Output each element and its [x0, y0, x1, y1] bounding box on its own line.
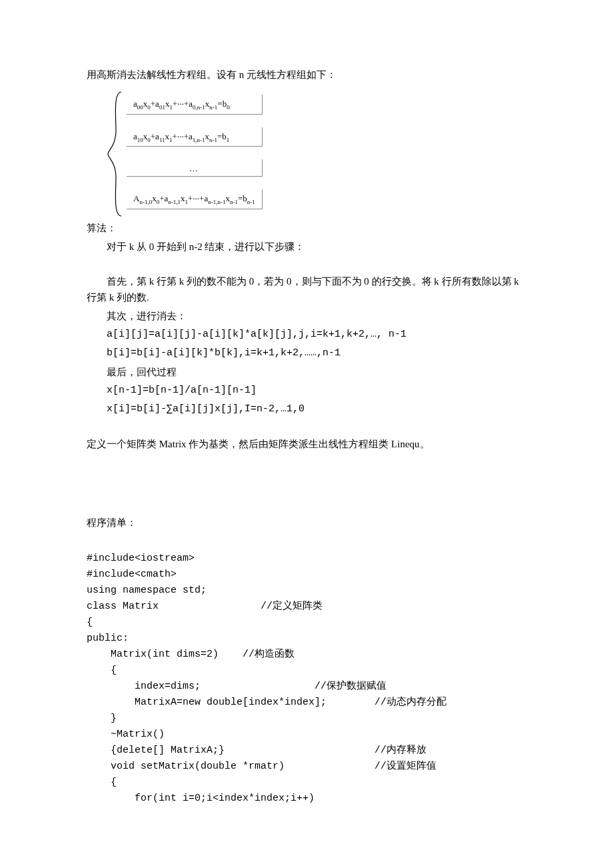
equation-row-dots: …: [127, 159, 263, 177]
code-line: public:: [87, 633, 129, 644]
left-brace-icon: [107, 91, 124, 217]
algo-formula-1: a[i][j]=a[i][j]-a[i][k]*a[k][j],j,i=k+1,…: [87, 327, 526, 343]
code-line: MatrixA=new double[index*index]; //动态内存分…: [87, 697, 446, 708]
code-line: Matrix(int dims=2) //构造函数: [87, 649, 295, 660]
algo-formula-2: b[i]=b[i]-a[i][k]*b[k],i=k+1,k+2,……,n-1: [87, 345, 526, 361]
algo-second: 其次，进行消去：: [87, 308, 526, 324]
code-line: }: [87, 713, 117, 724]
algo-step: 对于 k 从 0 开始到 n-2 结束，进行以下步骤：: [87, 239, 526, 255]
code-line: #include<cmath>: [87, 569, 177, 580]
intro-text: 用高斯消去法解线性方程组。设有 n 元线性方程组如下：: [87, 67, 526, 83]
equation-row-4: An-1,0x0+an-1,1x1+···+an-1,n-1xn-1=bn-1: [127, 189, 263, 209]
algo-last: 最后，回代过程: [87, 364, 526, 380]
code-line: for(int i=0;i<index*index;i++): [87, 793, 314, 804]
equation-row-1: a00x0+a01x1+···+a0,n-1xn-1=b0: [127, 95, 263, 115]
code-line: {: [87, 617, 93, 628]
code-line: void setMatrix(double *rmatr) //设置矩阵值: [87, 761, 436, 772]
code-line: class Matrix //定义矩阵类: [87, 601, 322, 612]
equation-row-2: a10x0+a11x1+···+a1,n-1xn-1=b1: [127, 127, 263, 147]
algo-first: 首先，第 k 行第 k 列的数不能为 0，若为 0，则与下面不为 0 的行交换。…: [87, 273, 526, 305]
code-title: 程序清单：: [87, 515, 526, 531]
equation-system: a00x0+a01x1+···+a0,n-1xn-1=b0 a10x0+a11x…: [107, 91, 526, 217]
class-desc: 定义一个矩阵类 Matrix 作为基类，然后由矩阵类派生出线性方程组类 Line…: [87, 436, 526, 452]
code-line: {: [87, 777, 117, 788]
algo-title: 算法：: [87, 220, 526, 236]
code-line: #include<iostream>: [87, 553, 195, 564]
equation-rows: a00x0+a01x1+···+a0,n-1xn-1=b0 a10x0+a11x…: [124, 91, 263, 217]
code-line: ~Matrix(): [87, 729, 165, 740]
code-line: {delete[] MatrixA;} //内存释放: [87, 745, 426, 756]
code-line: index=dims; //保护数据赋值: [87, 681, 386, 692]
document-page: 用高斯消去法解线性方程组。设有 n 元线性方程组如下： a00x0+a01x1+…: [0, 0, 613, 868]
algo-formula-3: x[n-1]=b[n-1]/a[n-1][n-1]: [87, 383, 526, 399]
code-line: using namespace std;: [87, 585, 207, 596]
algo-formula-4: x[i]=b[i]-∑a[i][j]x[j],I=n-2,…1,0: [87, 401, 526, 417]
code-listing: #include<iostream> #include<cmath> using…: [87, 535, 526, 823]
code-line: {: [87, 665, 117, 676]
